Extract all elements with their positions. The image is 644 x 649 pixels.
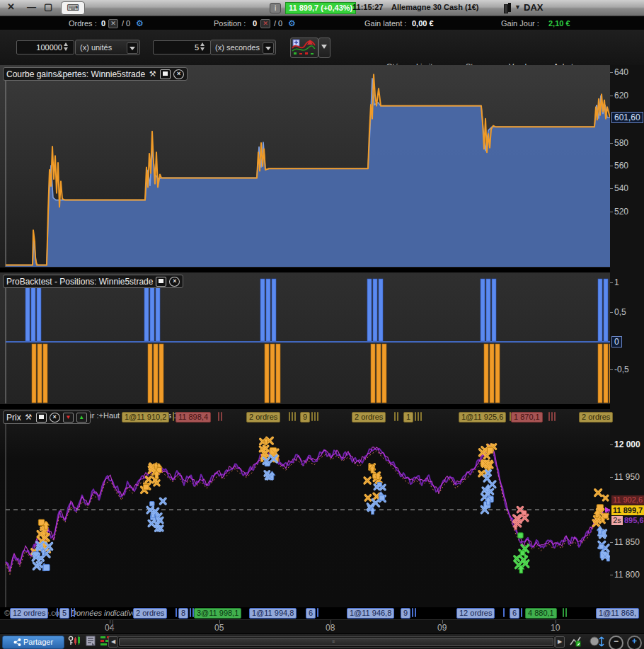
share-button[interactable]: Partager <box>2 636 64 649</box>
axis-tick-label: 11 850 <box>614 537 640 547</box>
chart-properties-icon[interactable] <box>568 636 582 647</box>
order-badge[interactable]: 1 870,1 <box>511 412 543 423</box>
window-icon[interactable] <box>36 413 47 423</box>
order-badge[interactable]: 4 880,1 <box>525 608 557 619</box>
order-badge[interactable]: 2 ordres <box>246 412 280 423</box>
order-badge[interactable]: 9 <box>401 608 410 619</box>
scroll-right-arrow[interactable]: ▶ <box>555 636 565 648</box>
order-badge[interactable]: 12 ordres <box>456 608 495 619</box>
order-price-label: 11 902,6 <box>611 495 644 505</box>
positions-chart[interactable] <box>0 272 610 404</box>
order-badge[interactable]: 2 ordres <box>579 412 613 423</box>
equity-curve-chart[interactable] <box>0 65 610 268</box>
wrench-icon[interactable]: ⚒ <box>148 70 157 79</box>
instrument-symbol[interactable]: DAX <box>524 2 543 13</box>
order-badge[interactable]: 1@11 946,8 <box>347 608 394 619</box>
price-axis[interactable]: 12 00011 95011 85011 80011 902,611 899,7… <box>610 409 644 619</box>
quantity-stepper[interactable] <box>62 40 70 53</box>
window-close-icon[interactable]: ✕ <box>7 1 15 12</box>
order-badge[interactable]: 8 <box>178 608 188 619</box>
order-badge[interactable]: 12 ordres <box>10 608 48 619</box>
instrument-name: Allemagne 30 Cash (1€) <box>391 3 479 11</box>
order-badge[interactable]: 1@11 868, <box>596 608 639 619</box>
axis-tick <box>610 282 613 283</box>
trade-marker-blue <box>43 564 50 570</box>
trade-marker-green <box>520 551 525 556</box>
chart-scrollbar[interactable]: ≡ <box>117 636 555 648</box>
keyboard-icon[interactable]: ⌨ <box>61 1 85 15</box>
order-badge[interactable]: 6 <box>510 608 519 619</box>
notes-icon[interactable] <box>85 636 96 647</box>
session-separator <box>330 620 331 630</box>
window-minimize-icon[interactable]: — <box>27 1 36 12</box>
info-icon[interactable]: i <box>270 3 281 13</box>
scroll-left-arrow[interactable]: ◀ <box>108 636 118 648</box>
previous-price-label: 895,6 <box>624 516 644 524</box>
axis-tick-label: 11 800 <box>614 570 640 580</box>
order-badge[interactable]: 2 ordres <box>352 412 386 423</box>
price-chart[interactable] <box>0 409 610 607</box>
zoom-in-button[interactable]: + <box>627 636 642 649</box>
chevron-down-icon[interactable] <box>127 42 138 54</box>
window-icon[interactable] <box>160 69 171 79</box>
order-badge[interactable]: 5 <box>59 608 69 619</box>
vertical-zoom-icon[interactable] <box>587 636 606 647</box>
axis-tick <box>610 96 613 96</box>
timeframe-unit-select[interactable]: (x) secondes <box>210 40 276 55</box>
position-value: 0 <box>253 19 257 28</box>
positions-chart-titlebar: ProBacktest - Positions: Winnie5strade × <box>3 275 183 288</box>
order-badge-tick <box>294 412 296 421</box>
axis-tick <box>610 542 613 543</box>
close-position-icon[interactable]: ✕ <box>260 19 270 28</box>
close-icon[interactable]: × <box>169 277 180 287</box>
window-icon[interactable] <box>156 277 166 287</box>
axis-tick <box>610 188 613 189</box>
order-badge-tick <box>314 412 316 421</box>
chevron-down-icon[interactable] <box>263 42 274 54</box>
wrench-icon[interactable]: ⚒ <box>24 413 33 422</box>
order-badge[interactable]: 6 <box>306 608 316 619</box>
trade-marker-blue <box>599 544 604 549</box>
order-badge[interactable]: 9 <box>300 412 310 423</box>
equity-current-value: 601,60 <box>611 112 643 123</box>
time-axis[interactable]: 0405080910 <box>0 619 610 634</box>
timeframe-countdown-label: 2s <box>611 516 623 525</box>
share-icon <box>13 638 21 646</box>
position-settings-gear-icon[interactable]: ⚙ <box>288 18 296 28</box>
quantity-unit-select[interactable]: (x) unités <box>75 40 140 55</box>
indicators-button[interactable] <box>290 38 318 58</box>
order-badge[interactable]: 1@11 910,2 <box>122 412 169 423</box>
equity-price-axis[interactable]: 640620580560540520601,60 <box>610 65 644 272</box>
axis-tick <box>610 477 613 478</box>
trade-marker-blue <box>160 498 166 504</box>
order-badge[interactable]: 11 898,4 <box>176 412 211 423</box>
order-badge[interactable]: 1@11 925,6 <box>459 412 506 423</box>
price-chart-titlebar: Prix ⚒ × ▼ ▲ <box>3 410 91 424</box>
key-statistics-icon[interactable] <box>67 636 83 647</box>
sell-marker-toggle-icon[interactable]: ▼ <box>63 413 74 423</box>
buy-marker-toggle-icon[interactable]: ▲ <box>76 413 87 423</box>
order-badge[interactable]: 1@11 994,8 <box>249 608 297 619</box>
cancel-orders-icon[interactable]: ✕ <box>108 19 118 28</box>
window-maximize-icon[interactable]: ▢ <box>44 1 52 12</box>
order-badge[interactable]: 3@11 998,1 <box>194 608 241 619</box>
order-badge-tick <box>218 412 219 421</box>
close-icon[interactable]: × <box>173 69 184 79</box>
orders-settings-gear-icon[interactable]: ⚙ <box>136 18 144 28</box>
indicators-dropdown-arrow[interactable] <box>318 38 330 58</box>
positions-axis[interactable]: 10,5-0,50 <box>610 272 644 409</box>
timeframe-stepper[interactable] <box>199 40 207 53</box>
order-badge[interactable]: 2 ordres <box>133 608 167 619</box>
day-pnl-value: 2,10 € <box>548 19 570 28</box>
chevron-down-icon[interactable]: ▼ <box>514 4 521 11</box>
day-pnl-label: Gain Jour : <box>501 19 539 28</box>
scrollbar-thumb[interactable]: ≡ <box>119 638 553 646</box>
close-icon[interactable]: × <box>50 413 60 423</box>
trade-marker-blue <box>156 527 161 532</box>
axis-tick <box>610 212 613 212</box>
order-badge[interactable]: 1 <box>403 412 413 423</box>
position-label: Position : <box>214 19 246 28</box>
zoom-out-button[interactable]: − <box>609 636 623 649</box>
bottom-toolbar: Partager ◀ ≡ ▶ − + <box>0 633 644 649</box>
trade-marker-green <box>514 556 519 561</box>
